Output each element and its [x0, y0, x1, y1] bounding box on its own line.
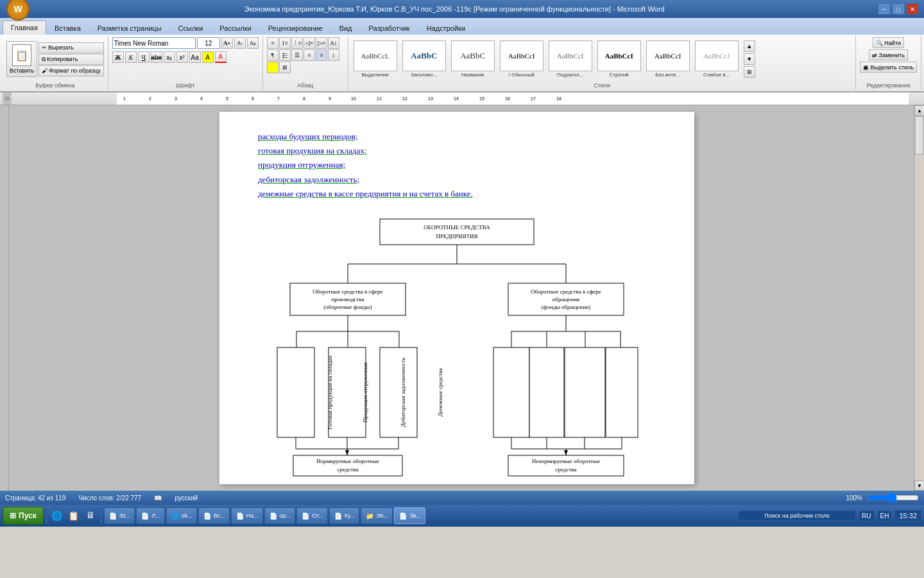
line-spacing-button[interactable]: ↕	[328, 49, 339, 61]
svg-text:Оборотные средства в сфере: Оборотные средства в сфере	[531, 288, 601, 295]
style-item-subtitle[interactable]: AaBbCcI Подзагол...	[547, 40, 594, 78]
scroll-up-button[interactable]: ▲	[914, 105, 924, 116]
svg-text:ПРЕДПРИЯТИЯ: ПРЕДПРИЯТИЯ	[436, 233, 477, 240]
svg-text:9: 9	[329, 96, 331, 101]
taskbar-btn-4[interactable]: 📄 На...	[231, 507, 263, 524]
tab-references[interactable]: Ссылки	[170, 21, 212, 35]
taskbar-icon-1: 📄	[141, 511, 150, 520]
left-margin	[0, 105, 9, 491]
tab-mailings[interactable]: Рассылки	[211, 21, 259, 35]
increase-indent-button[interactable]: ▷≡	[316, 37, 327, 49]
taskbar-btn-6[interactable]: 📄 От...	[296, 507, 328, 524]
document-area[interactable]: расходы будущих периодов; готовая продук…	[9, 105, 905, 491]
numbering-button[interactable]: 1≡	[279, 37, 291, 49]
align-center-button[interactable]: ☰	[291, 49, 303, 61]
borders-button[interactable]: ⊞	[279, 62, 291, 73]
taskbar-btn-8[interactable]: 📁 ЭК...	[361, 507, 393, 524]
scroll-thumb[interactable]	[915, 116, 924, 155]
language-icon: 📖	[154, 495, 162, 502]
decrease-indent-button[interactable]: ◁≡	[304, 37, 315, 49]
multilevel-button[interactable]: ⋮≡	[291, 37, 303, 49]
tab-home[interactable]: Главная	[3, 21, 46, 35]
styles-scroll-down[interactable]: ▼	[744, 53, 755, 65]
show-formatting-button[interactable]: ¶	[267, 49, 278, 61]
svg-rect-51	[493, 347, 529, 437]
zoom-slider[interactable]	[868, 494, 919, 502]
bullets-button[interactable]: ≡	[267, 37, 278, 49]
taskbar-btn-5[interactable]: 📄 op...	[264, 507, 296, 524]
styles-scroll-up[interactable]: ▲	[744, 40, 755, 52]
svg-rect-41	[329, 347, 366, 437]
font-size-input[interactable]	[197, 37, 220, 49]
taskbar-btn-3[interactable]: 📄 Вс...	[198, 507, 230, 524]
scroll-down-button[interactable]: ▼	[914, 480, 924, 491]
vertical-scrollbar[interactable]: ▲ ▼	[914, 105, 924, 491]
quicklaunch-browser[interactable]: 🌐	[49, 508, 65, 523]
close-button[interactable]: ✕	[906, 3, 919, 15]
taskbar-btn-7[interactable]: 📄 Ку...	[329, 507, 359, 524]
italic-button[interactable]: К	[125, 51, 137, 63]
style-item-selection[interactable]: AaBbCcL Выделение	[352, 40, 398, 78]
svg-text:Продукция отгруженная: Продукция отгруженная	[362, 362, 368, 422]
strikethrough-button[interactable]: abe	[151, 51, 162, 63]
bold-button[interactable]: Ж	[112, 51, 124, 63]
format-painter-button[interactable]: 🖌 Формат по образцу	[38, 66, 104, 76]
copy-button[interactable]: ⧉ Копировать	[38, 54, 104, 65]
taskbar-btn-9[interactable]: 📄 Эк...	[394, 507, 425, 524]
scroll-track[interactable]	[914, 116, 924, 480]
underline-button[interactable]: Ч	[138, 51, 150, 63]
superscript-button[interactable]: x²	[176, 51, 188, 63]
taskbar-btn-2[interactable]: 🌐 ok...	[166, 507, 197, 524]
style-item-strict[interactable]: AaBbCcI Строгий	[596, 40, 642, 78]
office-button[interactable]: W	[6, 0, 30, 21]
shading-button[interactable]	[267, 62, 278, 73]
taskbar-icon-8: 📁	[365, 511, 374, 520]
subscript-button[interactable]: x₂	[164, 51, 175, 63]
cut-button[interactable]: ✂ Вырезать	[38, 42, 104, 53]
quicklaunch-mail[interactable]: 📋	[66, 508, 81, 523]
tab-review[interactable]: Рецензирование	[260, 21, 331, 35]
style-item-title[interactable]: AaBbC Название	[450, 40, 496, 78]
minimize-button[interactable]: ─	[878, 3, 891, 15]
shrink-font-button[interactable]: A-	[234, 37, 246, 49]
clear-format-button[interactable]: Aa	[247, 37, 259, 49]
style-item-normal[interactable]: AaBbCcI ! Обычный	[499, 40, 545, 78]
grow-font-button[interactable]: A+	[221, 37, 233, 49]
style-item-weak[interactable]: AaBbCcI Слабое в...	[694, 40, 740, 78]
align-left-button[interactable]: ⬱	[279, 49, 291, 61]
style-preview-normal: AaBbCcI	[500, 40, 543, 71]
style-item-heading[interactable]: AaBbC Заголово...	[401, 40, 447, 78]
tab-insert[interactable]: Вставка	[46, 21, 89, 35]
highlight-button[interactable]: A	[202, 51, 214, 63]
sort-button[interactable]: A↕	[328, 37, 339, 49]
scissors-icon: ✂	[42, 44, 47, 51]
justify-button[interactable]: ≡	[316, 49, 327, 61]
font-name-input[interactable]	[112, 37, 196, 49]
quicklaunch-show-desktop[interactable]: 🖥	[83, 508, 98, 523]
align-right-button[interactable]: ≡	[304, 49, 315, 61]
bullet-item-1: расходы будущих периодов;	[258, 131, 656, 143]
replace-button[interactable]: ⇄ Заменить	[869, 49, 907, 60]
clipboard-label: Буфер обмена	[6, 81, 104, 89]
paste-button[interactable]: 📋 Вставить	[6, 41, 37, 77]
style-item-nointerval[interactable]: AaBbCcI Без инте...	[645, 40, 691, 78]
tab-developer[interactable]: Разработчик	[361, 21, 418, 35]
paragraph-label: Абзац	[267, 81, 344, 89]
tab-layout[interactable]: Разметка страницы	[89, 21, 170, 35]
taskbar-btn-0[interactable]: 📄 30...	[104, 507, 135, 524]
svg-text:6: 6	[252, 96, 254, 101]
style-label-title: Название	[461, 72, 484, 78]
start-button[interactable]: ⊞ Пуск	[3, 507, 44, 525]
styles-more[interactable]: ⊞	[744, 66, 755, 78]
tab-addins[interactable]: Надстройки	[418, 21, 474, 35]
font-color-button[interactable]: A	[215, 51, 227, 63]
ribbon-content: 📋 Вставить ✂ Вырезать ⧉ Копировать 🖌 Фор…	[0, 35, 924, 91]
bullet-item-4: дебиторская задолженность;	[258, 174, 656, 186]
maximize-button[interactable]: □	[892, 3, 905, 15]
find-button[interactable]: 🔍 Найти	[873, 37, 904, 48]
taskbar-btn-1[interactable]: 📄 Л...	[136, 507, 164, 524]
paragraph-buttons: ≡ 1≡ ⋮≡ ◁≡ ▷≡ A↕ ¶ ⬱ ☰ ≡ ≡ ↕ ⊞	[267, 37, 344, 73]
case-button[interactable]: Аа	[189, 51, 201, 63]
tab-view[interactable]: Вид	[331, 21, 361, 35]
select-button[interactable]: ▣ Выделить стиль	[860, 62, 917, 73]
